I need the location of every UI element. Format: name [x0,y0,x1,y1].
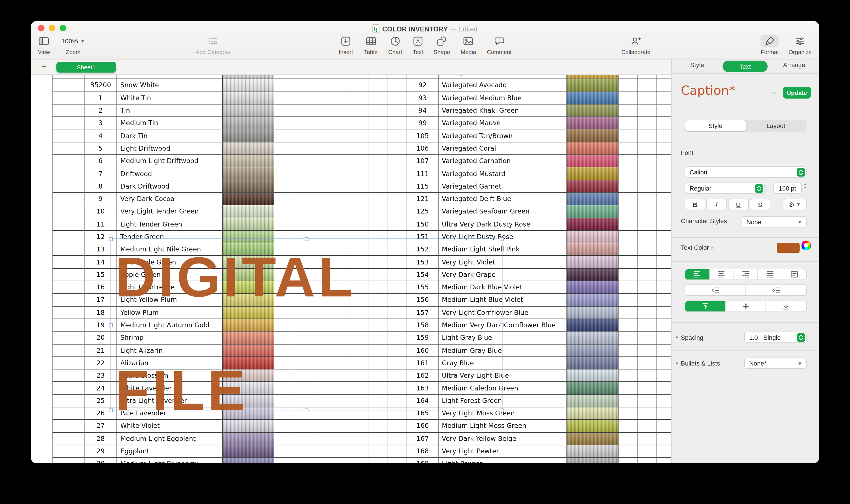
empty-cell[interactable] [274,420,293,433]
color-name-cell[interactable]: Medium Light Driftwood [117,155,223,168]
empty-cell[interactable] [638,92,657,105]
floss-swatch-cell[interactable] [567,155,619,168]
empty-cell[interactable] [312,142,331,155]
empty-cell[interactable] [293,180,312,193]
empty-cell[interactable] [657,433,671,445]
color-number-cell[interactable] [84,74,117,79]
empty-cell[interactable] [388,105,407,117]
floss-swatch-cell[interactable] [567,79,619,92]
empty-cell[interactable] [331,420,350,433]
character-styles-dropdown[interactable]: None ▼ [742,216,806,227]
empty-cell[interactable] [388,180,407,193]
empty-cell[interactable] [350,117,369,130]
color-name-cell[interactable]: Variegated Khaki Green [439,105,567,117]
empty-cell[interactable] [619,294,638,307]
empty-cell[interactable] [657,395,671,408]
empty-cell[interactable] [53,420,85,433]
empty-cell[interactable] [331,130,350,142]
color-number-cell[interactable]: 168 [407,445,439,458]
empty-cell[interactable] [293,130,312,142]
empty-cell[interactable] [53,331,85,344]
empty-cell[interactable] [331,458,350,463]
floss-swatch-cell[interactable] [567,168,619,180]
empty-cell[interactable] [388,79,407,92]
empty-cell[interactable] [619,117,638,130]
color-number-cell[interactable]: 105 [407,130,439,142]
shape-button[interactable]: Shape [434,35,450,55]
floss-swatch-cell[interactable] [223,205,274,218]
disclosure-triangle-icon[interactable]: ▸ [676,334,679,340]
empty-cell[interactable] [657,445,671,458]
empty-cell[interactable] [619,319,638,332]
floss-swatch-cell[interactable] [567,231,619,244]
color-wheel-button[interactable] [801,240,811,250]
floss-swatch-cell[interactable] [567,433,619,445]
color-number-cell[interactable]: 30 [84,458,117,463]
color-name-cell[interactable]: Light Tender Green [117,218,223,231]
empty-cell[interactable] [53,243,85,256]
empty-cell[interactable] [350,193,369,205]
empty-cell[interactable] [638,281,657,294]
empty-cell[interactable] [619,445,638,458]
selection-handle[interactable] [109,409,113,412]
empty-cell[interactable] [331,168,350,180]
empty-cell[interactable] [53,180,85,193]
color-number-cell[interactable]: 5 [84,142,117,155]
empty-cell[interactable] [619,281,638,294]
floss-swatch-cell[interactable] [223,79,274,92]
color-number-cell[interactable]: 93 [407,92,439,105]
color-number-cell[interactable]: 115 [407,180,439,193]
font-size-field[interactable]: 168 pt [773,183,801,194]
empty-cell[interactable] [53,256,85,269]
empty-cell[interactable] [274,105,293,117]
empty-cell[interactable] [331,218,350,231]
empty-cell[interactable] [388,193,407,205]
color-number-cell[interactable]: 111 [407,168,439,180]
color-name-cell[interactable]: Medium Light Blueberry [117,458,223,463]
empty-cell[interactable] [350,218,369,231]
add-sheet-button[interactable]: + [40,62,49,71]
empty-cell[interactable] [638,344,657,357]
disclosure-triangle-icon[interactable]: ▸ [676,360,679,365]
empty-cell[interactable] [638,331,657,344]
align-middle-button[interactable] [726,301,766,311]
empty-cell[interactable] [369,92,388,105]
floss-swatch-cell[interactable] [567,294,619,307]
empty-cell[interactable] [53,281,85,294]
empty-cell[interactable] [350,92,369,105]
color-name-cell[interactable]: Variegated Seafoam Green [439,205,567,218]
empty-cell[interactable] [638,420,657,433]
color-name-cell[interactable]: Variegated Garnet [439,180,567,193]
empty-cell[interactable] [657,205,671,218]
empty-cell[interactable] [638,117,657,130]
floss-swatch-cell[interactable] [567,105,619,117]
color-number-cell[interactable]: 28 [84,433,117,445]
color-number-cell[interactable]: 121 [407,193,439,205]
empty-cell[interactable] [369,142,388,155]
floss-swatch-cell[interactable] [567,319,619,332]
floss-swatch-cell[interactable] [223,74,274,79]
table-button[interactable]: Table [364,35,378,55]
spacing-dropdown[interactable]: 1.0 - Single [744,331,806,343]
empty-cell[interactable] [388,130,407,142]
color-name-cell[interactable]: Variegated Yellow [439,74,567,79]
collaborate-button[interactable]: Collaborate [621,35,650,55]
empty-cell[interactable] [274,168,293,180]
empty-cell[interactable] [312,117,331,130]
empty-cell[interactable] [53,231,85,244]
empty-cell[interactable] [369,130,388,142]
empty-cell[interactable] [274,74,293,79]
empty-cell[interactable] [53,382,85,395]
empty-cell[interactable] [274,117,293,130]
empty-cell[interactable] [619,205,638,218]
empty-cell[interactable] [293,117,312,130]
empty-cell[interactable] [657,105,671,117]
empty-cell[interactable] [619,142,638,155]
empty-cell[interactable] [312,130,331,142]
empty-cell[interactable] [638,155,657,168]
empty-cell[interactable] [350,420,369,433]
empty-cell[interactable] [350,205,369,218]
empty-cell[interactable] [657,168,671,180]
empty-cell[interactable] [369,117,388,130]
empty-cell[interactable] [350,458,369,463]
